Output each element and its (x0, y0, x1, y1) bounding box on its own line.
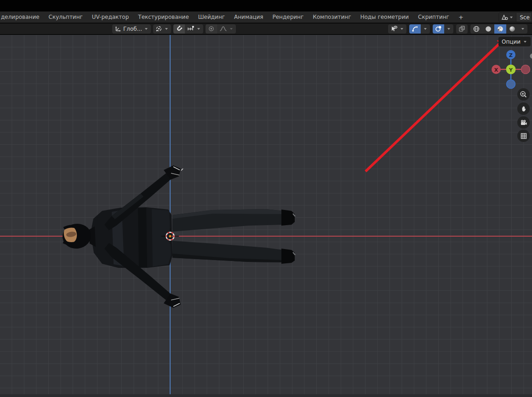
svg-text:X: X (494, 67, 498, 73)
chevron-down-icon (447, 28, 450, 30)
svg-text:Z: Z (509, 52, 513, 58)
shading-dropdown[interactable] (518, 24, 527, 34)
add-workspace-button[interactable]: + (458, 14, 463, 21)
wireframe-shading-icon (473, 25, 480, 33)
falloff-dropdown[interactable] (217, 24, 236, 34)
blender-window: делированиеСкульптингUV-редакторТекстури… (0, 0, 532, 397)
viewport-header: Глоб... (0, 23, 532, 34)
3d-viewport[interactable]: Z X Y Опции (0, 35, 532, 397)
shading-mode-group (470, 24, 527, 34)
magnet-icon (176, 25, 183, 32)
workspace-tab-4[interactable]: Текстурирование (138, 14, 189, 20)
shading-solid-button[interactable] (482, 24, 494, 34)
xray-toggle[interactable] (456, 24, 468, 34)
navigation-gizmo: Z X Y (492, 50, 530, 89)
pivot-point-dropdown[interactable] (153, 24, 171, 34)
workspace-tab-6[interactable]: Анимация (234, 14, 263, 20)
falloff-curve-icon (219, 25, 227, 32)
proportional-editing-icon (208, 25, 215, 32)
chevron-down-icon (424, 28, 427, 30)
workspace-tabbar: делированиеСкульптингUV-редакторТекстури… (0, 11, 532, 23)
scene-selector[interactable]: Sce (498, 12, 532, 22)
transform-orientation-dropdown[interactable]: Глоб... (112, 24, 151, 34)
chevron-down-icon (230, 28, 233, 30)
overlays-icon (435, 25, 442, 32)
xray-icon (458, 25, 465, 32)
workspace-tab-1[interactable]: делирование (1, 14, 40, 20)
options-button[interactable]: Опции (498, 37, 531, 46)
z-axis-line (170, 35, 171, 397)
chevron-down-icon (197, 28, 200, 30)
zoom-icon (520, 91, 527, 98)
x-axis-line (0, 236, 532, 237)
workspace-tab-9[interactable]: Ноды геометрии (360, 14, 409, 20)
gizmo-x-negative (521, 65, 530, 74)
zoom-button[interactable] (517, 88, 530, 101)
grid-icon (520, 132, 527, 140)
chevron-down-icon (400, 28, 403, 30)
bottom-edge (0, 394, 532, 397)
snap-increment-icon (187, 25, 194, 32)
workspace-tab-3[interactable]: UV-редактор (92, 14, 129, 20)
snap-toggle[interactable] (173, 24, 185, 34)
proportional-toggle[interactable] (206, 24, 217, 34)
chevron-down-icon (165, 28, 168, 30)
gizmo-y-positive (506, 65, 516, 74)
workspace-tab-10[interactable]: Скриптинг (418, 14, 449, 20)
pan-button[interactable] (517, 102, 530, 115)
shading-rendered-button[interactable] (506, 24, 518, 34)
grid-ortho-button[interactable] (517, 130, 530, 142)
shading-wireframe-button[interactable] (470, 24, 482, 34)
visibility-cursor-eye-icon (390, 25, 398, 32)
gizmo-icon (412, 25, 418, 32)
gizmo-z-negative (507, 80, 515, 89)
camera-icon (520, 119, 527, 126)
options-label: Опции (502, 39, 521, 45)
scene-name: Sce (516, 13, 532, 22)
workspace-tabs: делированиеСкульптингUV-редакторТекстури… (0, 14, 449, 20)
gizmo-x-positive (492, 65, 501, 74)
character-model (61, 165, 295, 308)
workspace-tab-5[interactable]: Шейдинг (198, 14, 225, 20)
edge-handle-dot (530, 54, 532, 59)
chevron-down-icon (510, 17, 513, 18)
gizmos-dropdown[interactable] (421, 24, 430, 34)
workspace-tab-2[interactable]: Скульптинг (49, 14, 83, 20)
workspace-tab-8[interactable]: Композитинг (313, 14, 351, 20)
svg-text:Y: Y (509, 67, 513, 73)
material-preview-shading-icon (497, 25, 504, 33)
scene-icon (501, 14, 508, 21)
annotation-arrow (366, 38, 505, 171)
gizmos-toggle[interactable] (409, 24, 421, 34)
shading-material-button[interactable] (494, 24, 506, 34)
scene-canvas: Z X Y (0, 35, 532, 397)
overlays-control[interactable] (433, 24, 453, 34)
hand-icon (520, 105, 527, 113)
workspace-tab-7[interactable]: Рендеринг (273, 14, 304, 20)
proportional-editing-control[interactable] (206, 24, 236, 34)
toolbar-left-group: Глоб... (112, 24, 236, 34)
window-titlebar (0, 0, 532, 11)
overlays-dropdown[interactable] (444, 24, 453, 34)
chevron-down-icon (521, 28, 524, 30)
overlays-toggle[interactable] (433, 24, 444, 34)
chevron-down-icon (524, 41, 526, 43)
pivot-point-icon (155, 25, 162, 32)
rendered-shading-icon (509, 25, 516, 33)
orientation-label: Глоб... (123, 26, 142, 32)
orientation-axes-icon (114, 25, 121, 32)
toolbar-right-group (388, 24, 527, 34)
snapping-control[interactable] (173, 24, 203, 34)
snap-settings-dropdown[interactable] (185, 24, 203, 34)
gizmos-control[interactable] (409, 24, 430, 34)
gizmo-z-positive (506, 50, 515, 59)
chevron-down-icon (145, 28, 148, 30)
camera-view-button[interactable] (517, 116, 530, 129)
show-object-types-dropdown[interactable] (388, 24, 406, 34)
solid-shading-icon (485, 25, 492, 33)
